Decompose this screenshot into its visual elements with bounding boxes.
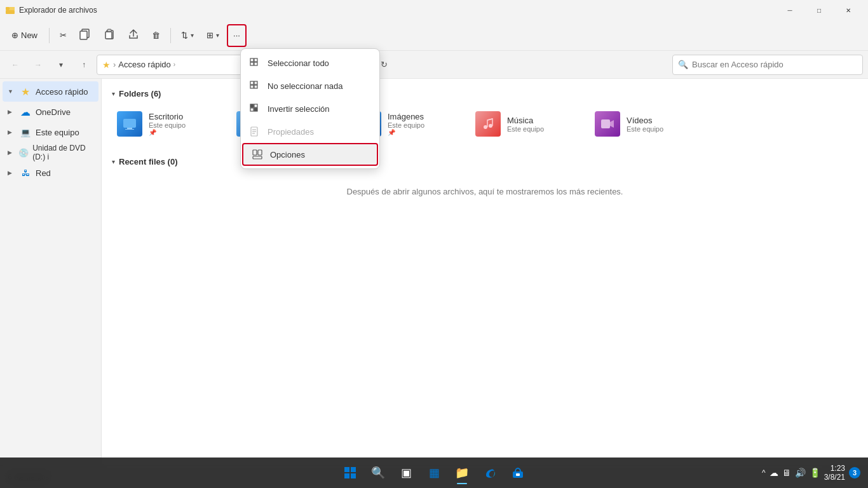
folders-collapse-icon[interactable]: ▾: [112, 90, 115, 97]
content-area: ▾ Folders (6) Escritorio Este equipo 📌: [102, 79, 868, 465]
svg-point-16: [484, 125, 487, 129]
taskbar-fileexplorer-icon: 📁: [455, 466, 469, 480]
taskbar-chevron[interactable]: ^: [762, 468, 766, 477]
sidebar-label-dvd: Unidad de DVD (D:) i: [32, 144, 93, 161]
svg-rect-2: [10, 7, 15, 10]
taskbar-start-button[interactable]: [337, 460, 363, 485]
toolbar-separator-1: [49, 28, 50, 43]
escritorio-sub: Este equipo: [149, 121, 186, 129]
musica-folder-icon: [475, 111, 501, 137]
sidebar-item-dvd[interactable]: ▶ 💿 Unidad de DVD (D:) i: [3, 142, 98, 163]
sort-chevron: ▾: [191, 32, 194, 39]
menu-item-select-none[interactable]: No seleccionar nada: [241, 74, 379, 97]
taskbar-clock[interactable]: 1:23 3/8/21: [824, 464, 845, 482]
view-button[interactable]: ⊞ ▾: [201, 24, 224, 47]
imagenes-info: Imágenes Este equipo 📌: [388, 112, 424, 136]
imagenes-sub: Este equipo: [388, 121, 424, 129]
escritorio-folder-icon: [117, 111, 142, 137]
folder-item-videos[interactable]: Vídeos Este equipo: [590, 106, 704, 142]
taskbar-search-icon: 🔍: [371, 466, 385, 480]
svg-rect-1: [6, 10, 15, 14]
more-options-button[interactable]: ···: [227, 24, 247, 47]
taskbar-network-icon[interactable]: 🖥: [782, 468, 791, 478]
imagenes-pin: 📌: [388, 129, 424, 136]
options-label: Opciones: [270, 150, 305, 159]
expand-icon-red: ▶: [8, 170, 15, 176]
forward-button[interactable]: →: [28, 55, 48, 75]
path-label: Acceso rápido: [118, 60, 170, 69]
copy-button[interactable]: [74, 24, 96, 47]
minimize-button[interactable]: ─: [775, 0, 804, 20]
menu-item-options[interactable]: Opciones: [242, 143, 378, 166]
taskbar-taskview-button[interactable]: ▣: [393, 460, 419, 485]
svg-rect-7: [105, 32, 112, 39]
menu-item-properties: Propiedades: [241, 120, 379, 143]
taskbar-store-button[interactable]: [505, 460, 531, 485]
sort-button[interactable]: ⇅ ▾: [176, 24, 199, 47]
escritorio-name: Escritorio: [149, 112, 186, 121]
svg-rect-8: [123, 119, 136, 128]
svg-rect-39: [344, 467, 349, 472]
notification-count: 3: [853, 469, 857, 477]
taskbar-edge-button[interactable]: [477, 460, 503, 485]
menu-item-select-all[interactable]: Seleccionar todo: [241, 51, 379, 74]
invert-selection-label: Invertir selección: [268, 104, 330, 114]
taskbar-battery-icon[interactable]: 🔋: [810, 468, 820, 478]
recent-collapse-icon[interactable]: ▾: [112, 158, 115, 165]
invert-selection-icon: [248, 102, 261, 115]
svg-rect-29: [254, 104, 257, 107]
paste-button[interactable]: [98, 24, 120, 47]
maximize-button[interactable]: □: [804, 0, 834, 20]
svg-rect-42: [351, 473, 356, 478]
titlebar-left: Explorador de archivos: [5, 5, 97, 15]
recent-locations-button[interactable]: ▾: [51, 55, 71, 75]
videos-name: Vídeos: [627, 116, 663, 125]
taskbar-fileexplorer-button[interactable]: 📁: [449, 460, 475, 485]
svg-rect-41: [344, 473, 349, 478]
search-input[interactable]: [692, 60, 857, 69]
sidebar-item-acceso-rapido[interactable]: ▼ ★ Acceso rápido: [3, 81, 98, 102]
svg-rect-22: [250, 62, 254, 65]
back-button[interactable]: ←: [5, 55, 25, 75]
refresh-icon: ↻: [381, 60, 388, 69]
taskbar-search-button[interactable]: 🔍: [365, 460, 391, 485]
svg-line-18: [487, 119, 492, 120]
folder-item-escritorio[interactable]: Escritorio Este equipo 📌: [112, 106, 226, 142]
cut-button[interactable]: ✂: [55, 24, 72, 47]
search-box[interactable]: 🔍: [672, 55, 863, 75]
taskbar-widgets-button[interactable]: ▦: [421, 460, 447, 485]
sidebar-item-este-equipo[interactable]: ▶ 💻 Este equipo: [3, 122, 98, 142]
up-button[interactable]: ↑: [74, 55, 94, 75]
sidebar-item-red[interactable]: ▶ 🖧 Red: [3, 163, 98, 183]
menu-item-invert-selection[interactable]: Invertir selección: [241, 97, 379, 120]
paste-icon: [104, 29, 115, 42]
search-icon: 🔍: [678, 60, 688, 69]
svg-rect-25: [254, 81, 257, 85]
toolbar-separator-2: [170, 28, 171, 43]
taskbar-cloud-icon[interactable]: ☁: [770, 468, 778, 478]
sidebar-label-este-equipo: Este equipo: [36, 128, 79, 137]
delete-button[interactable]: 🗑: [147, 24, 165, 47]
delete-icon: 🗑: [152, 30, 160, 40]
up-icon: ↑: [82, 60, 86, 69]
sidebar: ▼ ★ Acceso rápido ▶ ☁ OneDrive ▶ 💻 Este …: [0, 79, 102, 465]
svg-point-17: [489, 124, 492, 128]
recent-section-title: Recent files (0): [119, 157, 177, 166]
new-button[interactable]: ⊕ New: [5, 24, 44, 47]
sidebar-item-onedrive[interactable]: ▶ ☁ OneDrive: [3, 102, 98, 122]
svg-rect-23: [254, 62, 257, 65]
folder-item-musica[interactable]: Música Este equipo: [470, 106, 585, 142]
properties-label: Propiedades: [268, 127, 314, 137]
notification-badge[interactable]: 3: [849, 467, 860, 478]
share-button[interactable]: [123, 24, 144, 47]
svg-rect-4: [80, 31, 87, 39]
svg-rect-31: [254, 108, 257, 111]
close-button[interactable]: ✕: [834, 0, 863, 20]
new-label: New: [21, 30, 37, 40]
app-title: Explorador de archivos: [19, 6, 97, 15]
svg-rect-44: [516, 473, 520, 476]
main-layout: ▼ ★ Acceso rápido ▶ ☁ OneDrive ▶ 💻 Este …: [0, 79, 868, 465]
taskbar-volume-icon[interactable]: 🔊: [795, 468, 806, 478]
taskbar-time: 1:23: [831, 464, 845, 473]
titlebar: Explorador de archivos ─ □ ✕: [0, 0, 868, 20]
